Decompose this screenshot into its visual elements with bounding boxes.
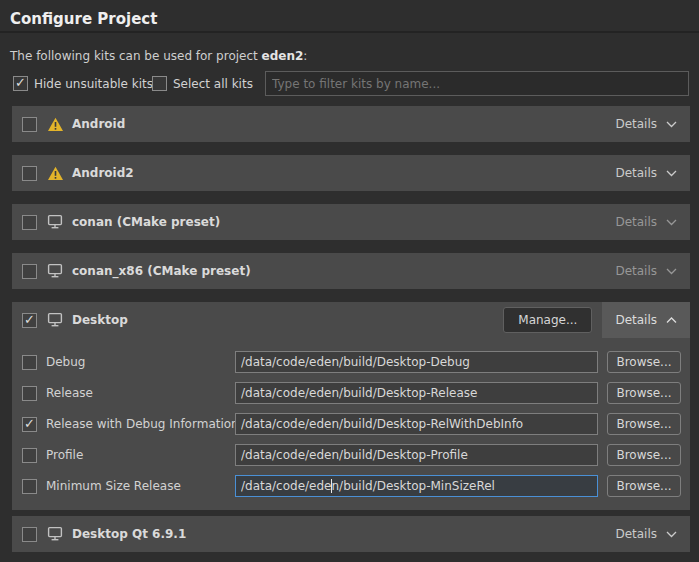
build-config-label: Release bbox=[46, 386, 93, 400]
build-dir-input[interactable] bbox=[235, 382, 598, 404]
build-dir-input[interactable] bbox=[235, 413, 598, 435]
select-all-kits-checkbox[interactable]: Select all kits bbox=[152, 76, 253, 91]
build-config-row-debug: Debug Browse... bbox=[12, 351, 690, 373]
details-label: Details bbox=[615, 527, 657, 541]
chevron-down-icon bbox=[666, 527, 677, 541]
desktop-monitor-icon bbox=[47, 312, 64, 328]
build-config-label: Minimum Size Release bbox=[46, 479, 181, 493]
kit-name: Android bbox=[72, 117, 125, 131]
browse-button[interactable]: Browse... bbox=[607, 475, 681, 497]
checkbox-icon[interactable] bbox=[152, 76, 167, 91]
kit-row-conan: conan (CMake preset) Details bbox=[12, 204, 690, 240]
kit-name: conan (CMake preset) bbox=[72, 215, 220, 229]
build-config-row-minsizerel: Minimum Size Release Browse... bbox=[12, 475, 690, 497]
browse-button[interactable]: Browse... bbox=[607, 413, 681, 435]
warning-icon bbox=[47, 116, 64, 132]
build-config-row-release: Release Browse... bbox=[12, 382, 690, 404]
details-button[interactable]: Details bbox=[602, 302, 690, 338]
select-all-kits-label: Select all kits bbox=[173, 77, 253, 91]
chevron-down-icon bbox=[666, 215, 677, 229]
kit-checkbox[interactable] bbox=[22, 313, 37, 328]
kit-checkbox[interactable] bbox=[22, 264, 37, 279]
hide-unsuitable-kits-checkbox[interactable]: Hide unsuitable kits bbox=[13, 76, 153, 91]
build-dir-field-wrap bbox=[235, 444, 598, 466]
kit-row-conan-x86: conan_x86 (CMake preset) Details bbox=[12, 253, 690, 289]
warning-icon bbox=[47, 165, 64, 181]
project-name: eden2 bbox=[262, 49, 304, 63]
build-config-checkbox[interactable] bbox=[22, 479, 37, 494]
kit-panel-desktop: Desktop Manage... Details Debug Browse..… bbox=[12, 302, 690, 510]
details-label: Details bbox=[615, 215, 657, 229]
chevron-up-icon bbox=[666, 313, 677, 327]
kit-row-desktop-qt: Desktop Qt 6.9.1 Details bbox=[12, 516, 690, 552]
chevron-down-icon bbox=[666, 264, 677, 278]
kit-checkbox[interactable] bbox=[22, 166, 37, 181]
kit-row-desktop: Desktop Manage... Details bbox=[12, 302, 690, 338]
build-config-label: Profile bbox=[46, 448, 83, 462]
browse-button[interactable]: Browse... bbox=[607, 444, 681, 466]
build-dir-field-wrap bbox=[235, 382, 598, 404]
checkbox-icon[interactable] bbox=[13, 76, 28, 91]
kit-name: Desktop bbox=[72, 313, 128, 327]
kit-checkbox[interactable] bbox=[22, 117, 37, 132]
kit-name: Desktop Qt 6.9.1 bbox=[72, 527, 186, 541]
build-config-row-relwithdebinfo: Release with Debug Information Browse... bbox=[12, 413, 690, 435]
build-config-row-profile: Profile Browse... bbox=[12, 444, 690, 466]
kit-name: Android2 bbox=[72, 166, 134, 180]
manage-kits-button[interactable]: Manage... bbox=[503, 307, 592, 333]
details-label: Details bbox=[615, 117, 657, 131]
details-label: Details bbox=[615, 313, 657, 327]
details-label: Details bbox=[615, 166, 657, 180]
text-caret bbox=[331, 479, 332, 493]
page-title: Configure Project bbox=[10, 10, 157, 28]
build-config-label: Debug bbox=[46, 355, 85, 369]
browse-button[interactable]: Browse... bbox=[607, 382, 681, 404]
chevron-down-icon bbox=[666, 166, 677, 180]
kit-checkbox[interactable] bbox=[22, 527, 37, 542]
subtitle-text: The following kits can be used for proje… bbox=[10, 49, 262, 63]
details-label: Details bbox=[615, 264, 657, 278]
chevron-down-icon bbox=[666, 117, 677, 131]
details-button[interactable]: Details bbox=[602, 204, 690, 240]
details-button[interactable]: Details bbox=[602, 516, 690, 552]
desktop-monitor-icon bbox=[47, 214, 64, 230]
build-dir-input-focused[interactable] bbox=[235, 475, 598, 497]
build-dir-field-wrap bbox=[235, 475, 598, 497]
build-dir-field-wrap bbox=[235, 413, 598, 435]
hide-unsuitable-kits-label: Hide unsuitable kits bbox=[34, 77, 153, 91]
kit-row-android: Android Details bbox=[12, 106, 690, 142]
build-dir-input[interactable] bbox=[235, 444, 598, 466]
build-dir-field-wrap bbox=[235, 351, 598, 373]
title-separator bbox=[0, 31, 699, 33]
build-config-label: Release with Debug Information bbox=[46, 417, 239, 431]
details-button[interactable]: Details bbox=[602, 106, 690, 142]
details-button[interactable]: Details bbox=[602, 253, 690, 289]
build-config-checkbox[interactable] bbox=[22, 417, 37, 432]
build-config-checkbox[interactable] bbox=[22, 386, 37, 401]
kit-filter-input[interactable] bbox=[265, 71, 689, 96]
kit-checkbox[interactable] bbox=[22, 215, 37, 230]
desktop-monitor-icon bbox=[47, 263, 64, 279]
kits-subtitle: The following kits can be used for proje… bbox=[10, 49, 307, 63]
build-config-checkbox[interactable] bbox=[22, 448, 37, 463]
browse-button[interactable]: Browse... bbox=[607, 351, 681, 373]
subtitle-colon: : bbox=[303, 49, 307, 63]
build-dir-input[interactable] bbox=[235, 351, 598, 373]
kit-name: conan_x86 (CMake preset) bbox=[72, 264, 251, 278]
kit-row-android2: Android2 Details bbox=[12, 155, 690, 191]
desktop-monitor-icon bbox=[47, 526, 64, 542]
details-button[interactable]: Details bbox=[602, 155, 690, 191]
build-config-checkbox[interactable] bbox=[22, 355, 37, 370]
